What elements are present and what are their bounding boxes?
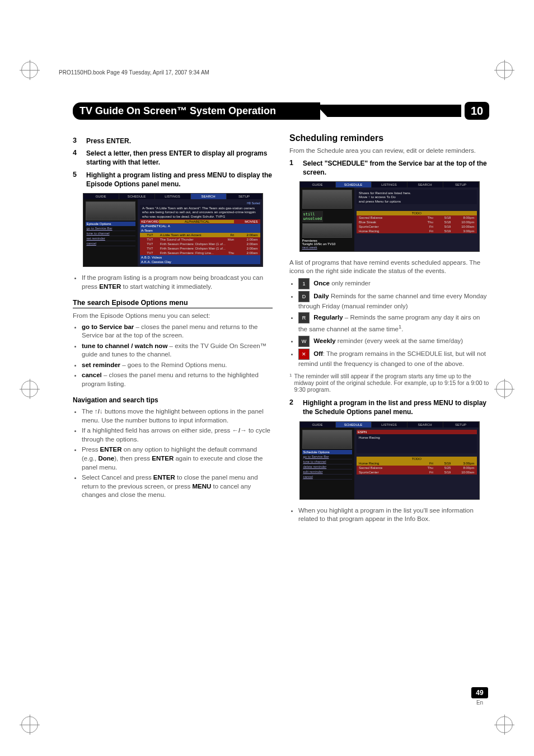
list-item: Press ENTER on any option to highlight t… [82, 445, 273, 472]
ss-row-day: Thu [415, 466, 433, 469]
ss-preview-box [302, 190, 353, 209]
chapter-number: 10 [465, 102, 489, 120]
crop-mark-icon [496, 62, 513, 78]
body-text: A list of programs that have remind even… [289, 259, 489, 276]
ss-tab: GUIDE [83, 194, 119, 199]
crop-mark-icon [496, 381, 513, 397]
ss-left-item: go to Service Bar [86, 226, 136, 231]
list-item: cancel – closes the panel menu and retur… [82, 371, 273, 388]
ss-row-title: Firth Season Premiere: Firing Line... [159, 251, 217, 255]
left-right-arrow-icon: ←/→ [232, 427, 246, 434]
ss-left-item: cancel [86, 241, 136, 246]
list-item: D Daily Reminds for the same channel and… [298, 291, 489, 311]
ss-row-title: SportsCenter [358, 225, 415, 228]
body-text: If the program listing is a program now … [82, 274, 273, 291]
footnote-text: The reminder will still appear if the pr… [294, 373, 489, 393]
ss-left-title: Schedule Options [302, 450, 353, 454]
ss-todo-header: TODO [357, 457, 476, 461]
ss-row-time: 2:00am [234, 233, 259, 237]
step-number: 1 [289, 159, 297, 177]
ss-info-box: Shows for Remind are listed here. Move ↑… [357, 190, 476, 204]
list-item: The ↑/↓ buttons move the highlight betwe… [82, 407, 273, 425]
step-number: 2 [289, 398, 297, 416]
ss-tab-active: SCHEDULE [336, 182, 372, 187]
ss-left-item: cancel [302, 475, 353, 480]
ss-row-day: Fri [415, 462, 433, 465]
step-5: 5 Highlight a program listing and press … [73, 171, 273, 189]
ss-left-item: tune to channel [86, 231, 136, 236]
footnote-ref: 1 [399, 323, 401, 330]
ss-still-unsolved-badge: stillunsolved [302, 211, 324, 222]
ss-row-day: Fri [415, 229, 433, 233]
ss-preview-box [86, 201, 136, 220]
ss-row-ch: TV7 [141, 247, 159, 250]
right-column: Scheduling reminders From the Schedule a… [289, 133, 489, 526]
ss-row-title: SportsCenter [358, 471, 415, 474]
ss-tab: SCHEDULE [119, 194, 155, 199]
ss-tab: LISTINGS [155, 194, 191, 199]
step-number: 5 [73, 171, 81, 189]
ss-row-date: 5/19 [433, 462, 451, 465]
page-number: 49 [471, 687, 488, 698]
ss-row-day: Fri [415, 471, 433, 474]
ss-row-time: 10:00am [451, 225, 475, 228]
daily-icon: D [298, 291, 310, 302]
ss-tab: GUIDE [300, 182, 336, 187]
ss-preview-box [302, 430, 353, 449]
ss-row-time: 3:00pm [451, 462, 475, 465]
ss-row-date: 5/18 [433, 220, 451, 224]
ss-left-title: Episode Options [86, 222, 136, 226]
ss-row-day: Fri [217, 233, 235, 237]
ss-tab: GUIDE [300, 422, 336, 428]
ss-row-ch: TV7 [141, 238, 159, 241]
step-3: 3 Press ENTER. [73, 137, 273, 145]
subheading-search-episode-options: The search Episode Options menu [73, 299, 273, 308]
ss-series-label: A-Team [140, 228, 260, 233]
list-item: R Regularly – Reminds the same program a… [298, 312, 489, 334]
list-item: ✕ Off: The program remains in the SCHEDU… [298, 349, 489, 369]
ss-row-time: 2:00am [234, 238, 259, 241]
crop-mark-icon [21, 716, 38, 733]
body-text: From the Episode Options menu you can se… [73, 312, 273, 321]
ss-cat-active: ALPHABETICAL [159, 220, 235, 223]
off-icon: ✕ [298, 349, 310, 360]
ss-tab: LISTINGS [372, 182, 407, 187]
ss-row-title: Horse Racing [358, 229, 415, 233]
document-header-info: PRO1150HD.book Page 49 Tuesday, April 17… [59, 69, 209, 76]
ss-cat: KEYWORD [141, 220, 159, 223]
list-item: If a highlighted field has arrows on eit… [82, 426, 273, 444]
ss-row-time: 10:00pm [451, 220, 475, 224]
crop-mark-icon [21, 381, 38, 397]
ss-row-time: 2:00am [234, 247, 259, 250]
step-1: 1 Select "SCHEDULE" from the Service bar… [289, 159, 489, 177]
ss-row-title: The Sound of Thunder [159, 238, 217, 241]
list-item: go to Service bar – closes the panel men… [82, 323, 273, 340]
ss-tab: LISTINGS [372, 422, 407, 428]
ss-promo-text: Premieres Tonight 10/9c on TV10 next wee… [302, 239, 353, 249]
ss-row-day: Thu [415, 220, 433, 224]
schedule-list-screenshot: GUIDE SCHEDULE LISTINGS SEARCH SETUP sti… [299, 181, 480, 252]
ss-tab: SETUP [227, 194, 263, 199]
crop-mark-icon [496, 716, 513, 733]
step-text: Highlight a program listing and press ME… [86, 171, 273, 189]
list-item: 1 Once only reminder [298, 278, 489, 289]
ss-row-title: Firth Season Premiere: Dishpan Man (1 of… [159, 247, 235, 250]
ss-group-label: ALPHABETICAL: A [140, 224, 260, 228]
step-2: 2 Highlight a program in the list and pr… [289, 398, 489, 416]
ss-row-time: 3:00pm [451, 229, 475, 233]
ss-row-day: Thu [415, 216, 433, 219]
ss-row-title: Firth Season Premiere: Dishpan Man (1 of… [159, 242, 235, 246]
ss-row-ch: TV7 [141, 233, 159, 237]
page-language: En [471, 699, 488, 706]
ss-row-day: Thu [217, 251, 235, 255]
ss-tab: SEARCH [407, 182, 443, 187]
ss-info-box: Horse Racing [357, 434, 476, 453]
step-4: 4 Select a letter, then press ENTER to d… [73, 149, 273, 167]
ss-row-day: Mon [217, 238, 235, 241]
list-item: set reminder – goes to the Remind Option… [82, 361, 273, 370]
list-item: W Weekly reminder (every week at the sam… [298, 336, 489, 347]
schedule-options-screenshot: GUIDE SCHEDULE LISTINGS SEARCH SETUP Sch… [299, 421, 480, 500]
ss-footer-row: A.K.A. Cassius Clay [140, 260, 260, 264]
ss-row-ch: TV7 [141, 242, 159, 246]
ss-cat: MOVIES [234, 220, 259, 223]
